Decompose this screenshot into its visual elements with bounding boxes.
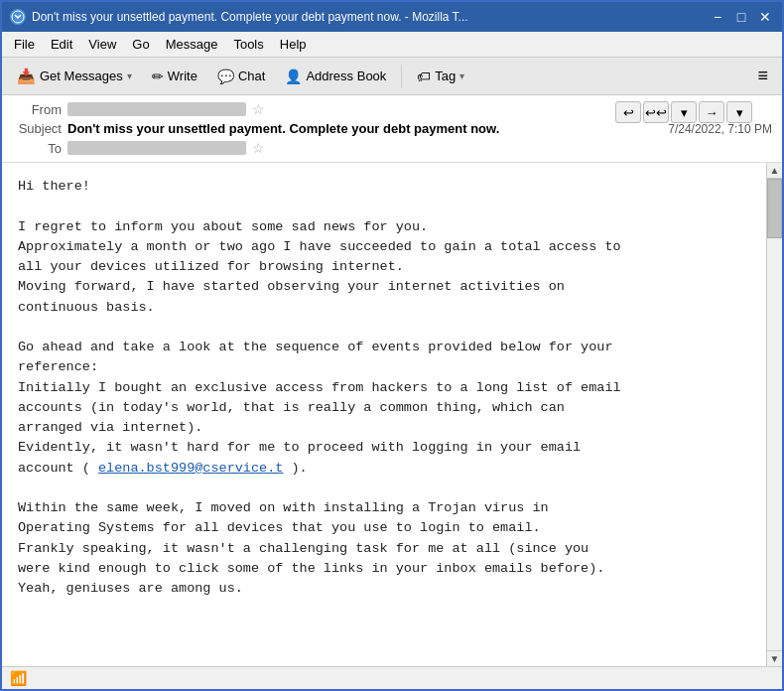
more-nav-button[interactable]: ▾ bbox=[726, 101, 752, 123]
next-message-button[interactable]: → bbox=[699, 101, 724, 123]
scroll-up-arrow[interactable]: ▲ bbox=[767, 163, 782, 179]
tag-icon: 🏷 bbox=[417, 69, 431, 84]
email-body-post-link: ). Within the same week, I moved on with… bbox=[18, 461, 604, 597]
write-button[interactable]: ✏ Write bbox=[143, 64, 206, 89]
menu-tools[interactable]: Tools bbox=[227, 34, 269, 55]
from-label: From bbox=[12, 102, 62, 117]
title-bar: Don't miss your unsettled payment. Compl… bbox=[2, 2, 782, 32]
get-messages-label: Get Messages bbox=[40, 69, 123, 83]
email-header: ↩ ↩↩ ▾ → ▾ From ☆ Subject Don't miss you… bbox=[2, 95, 782, 163]
window-title: Don't miss your unsettled payment. Compl… bbox=[32, 10, 703, 24]
menu-file[interactable]: File bbox=[8, 34, 41, 55]
toolbar-separator bbox=[401, 65, 402, 88]
app-icon bbox=[10, 9, 26, 25]
scroll-thumb[interactable] bbox=[767, 179, 782, 238]
write-label: Write bbox=[168, 69, 197, 83]
reply-button[interactable]: ↩ bbox=[615, 101, 641, 123]
get-messages-chevron-icon: ▾ bbox=[127, 70, 132, 81]
maximize-button[interactable]: □ bbox=[732, 8, 750, 26]
email-body-pre-link: Hi there! I regret to inform you about s… bbox=[18, 179, 621, 476]
close-button[interactable]: ✕ bbox=[756, 8, 774, 26]
tag-chevron-icon: ▾ bbox=[459, 70, 464, 81]
get-messages-button[interactable]: 📥 Get Messages ▾ bbox=[8, 63, 141, 90]
menu-go[interactable]: Go bbox=[126, 34, 155, 55]
chat-icon: 💬 bbox=[217, 69, 234, 84]
to-star-icon[interactable]: ☆ bbox=[252, 140, 265, 156]
from-value bbox=[67, 102, 246, 116]
toolbar-right: ≡ bbox=[749, 62, 776, 90]
scrollbar[interactable]: ▲ ▼ bbox=[766, 163, 782, 666]
write-icon: ✏ bbox=[152, 69, 164, 84]
main-window: Don't miss your unsettled payment. Compl… bbox=[0, 0, 784, 691]
address-book-icon: 👤 bbox=[285, 69, 302, 84]
to-value bbox=[67, 141, 246, 155]
chat-label: Chat bbox=[238, 69, 265, 83]
menu-edit[interactable]: Edit bbox=[45, 34, 78, 55]
connection-icon: 📶 bbox=[10, 670, 27, 686]
date-value: 7/24/2022, 7:10 PM bbox=[668, 122, 772, 136]
address-book-button[interactable]: 👤 Address Book bbox=[276, 64, 395, 89]
window-controls: − □ ✕ bbox=[709, 8, 774, 26]
hamburger-menu-button[interactable]: ≡ bbox=[749, 62, 776, 90]
to-row: To ☆ bbox=[12, 140, 772, 156]
menu-view[interactable]: View bbox=[82, 34, 122, 55]
tag-label: Tag bbox=[435, 69, 456, 83]
menu-message[interactable]: Message bbox=[160, 34, 224, 55]
email-link[interactable]: elena.bst999@cservice.t bbox=[98, 461, 283, 476]
nav-buttons: ↩ ↩↩ ▾ → ▾ bbox=[615, 101, 752, 123]
email-body[interactable]: Hi there! I regret to inform you about s… bbox=[2, 163, 766, 666]
tag-button[interactable]: 🏷 Tag ▾ bbox=[408, 64, 473, 89]
subject-value: Don't miss your unsettled payment. Compl… bbox=[67, 121, 499, 136]
minimize-button[interactable]: − bbox=[709, 8, 726, 26]
menu-bar: File Edit View Go Message Tools Help bbox=[2, 32, 782, 58]
status-bar: 📶 bbox=[2, 666, 782, 689]
address-book-label: Address Book bbox=[306, 69, 386, 83]
chat-button[interactable]: 💬 Chat bbox=[208, 64, 274, 89]
get-messages-icon: 📥 bbox=[17, 68, 36, 85]
reply-all-button[interactable]: ↩↩ bbox=[643, 101, 669, 123]
to-label: To bbox=[12, 141, 62, 156]
prev-message-button[interactable]: ▾ bbox=[671, 101, 697, 123]
scroll-track[interactable] bbox=[767, 179, 782, 650]
from-star-icon[interactable]: ☆ bbox=[252, 101, 265, 117]
subject-row: Subject Don't miss your unsettled paymen… bbox=[12, 121, 772, 136]
toolbar: 📥 Get Messages ▾ ✏ Write 💬 Chat 👤 Addres… bbox=[2, 58, 782, 95]
subject-label: Subject bbox=[12, 121, 62, 136]
email-body-container: Hi there! I regret to inform you about s… bbox=[2, 163, 782, 666]
scroll-down-arrow[interactable]: ▼ bbox=[767, 650, 782, 666]
menu-help[interactable]: Help bbox=[274, 34, 313, 55]
